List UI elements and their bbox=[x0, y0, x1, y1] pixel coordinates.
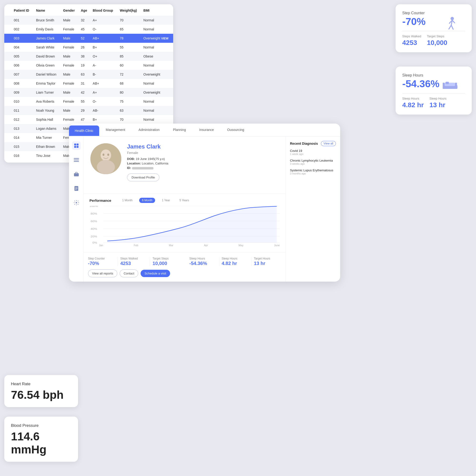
svg-rect-15 bbox=[74, 158, 79, 159]
svg-point-28 bbox=[107, 153, 109, 156]
steps-walked-label: Steps Walked bbox=[402, 34, 421, 38]
chart-tab-1m[interactable]: 1 Month bbox=[119, 198, 135, 203]
svg-rect-7 bbox=[443, 83, 445, 89]
patient-location: Location: Location, California bbox=[127, 162, 168, 165]
nav-item-management[interactable]: Management bbox=[99, 124, 132, 136]
stat-steps-walked: Steps Walked 4253 bbox=[120, 257, 148, 266]
nav-item-ousourcing[interactable]: Ousourcing bbox=[220, 124, 251, 136]
svg-point-27 bbox=[103, 153, 104, 156]
stat-sleep-current-label: Sleep Hours bbox=[222, 257, 245, 260]
step-counter-title: Step Counter bbox=[402, 11, 465, 15]
svg-rect-16 bbox=[74, 160, 79, 160]
chart-header: Performance 1 Month 6 Month 1 Year 5 Yea… bbox=[90, 194, 280, 203]
rd-title: Recent Diagnosis bbox=[290, 142, 318, 145]
table-row[interactable]: 008Emma TaylorFemale31AB+68Normal bbox=[4, 79, 173, 88]
sidebar bbox=[69, 137, 84, 282]
svg-point-23 bbox=[76, 202, 77, 204]
diagnosis-item: Covid 191 week ago bbox=[290, 149, 336, 155]
stat-step-counter-label: Step Counter bbox=[88, 257, 111, 260]
nav-item-insurance[interactable]: Insurance bbox=[193, 124, 220, 136]
sidebar-icon-dashboard[interactable] bbox=[72, 141, 81, 150]
download-profile-button[interactable]: Download Profile bbox=[127, 173, 159, 181]
sidebar-icon-list[interactable] bbox=[72, 156, 81, 164]
sleep-target-label: Sleep Hours bbox=[429, 97, 446, 100]
table-row[interactable]: 005David BrownMale38O+85Obese bbox=[4, 52, 173, 61]
x-may: May bbox=[238, 244, 244, 247]
stat-sleep-hours-value: -54.36% bbox=[189, 261, 213, 266]
svg-rect-11 bbox=[74, 144, 76, 145]
diagnosis-item: Chronic Lymphocytic Leukemia3 weeks ago bbox=[290, 159, 336, 165]
sidebar-icon-file[interactable] bbox=[72, 184, 81, 193]
heart-rate-value: 76.54 bph bbox=[11, 388, 71, 401]
svg-line-2 bbox=[449, 25, 451, 29]
dx-time: 3 months ago bbox=[290, 172, 336, 175]
stat-sleep-current-value: 4.82 hr bbox=[222, 261, 245, 266]
stat-step-counter: Step Counter -70% bbox=[88, 257, 115, 266]
svg-text:60%: 60% bbox=[91, 220, 97, 223]
sidebar-icon-briefcase[interactable] bbox=[72, 170, 81, 178]
nav-item-administration[interactable]: Administration bbox=[132, 124, 166, 136]
bp-label: Blood Pressure bbox=[11, 423, 71, 428]
patient-photo bbox=[91, 143, 121, 174]
view-reports-button[interactable]: View all reports bbox=[88, 270, 117, 277]
table-row[interactable]: 012Sophia HallFemale47B+70Normal bbox=[4, 115, 173, 124]
table-row[interactable]: 004Sarah WhiteFemale26B+55Normal bbox=[4, 43, 173, 52]
svg-point-25 bbox=[101, 150, 111, 161]
dx-name: Systemic Lupus Erythematosus bbox=[290, 169, 336, 172]
schedule-button[interactable]: Schedule a visit bbox=[141, 270, 170, 277]
svg-text:100%: 100% bbox=[90, 206, 98, 208]
heart-rate-label: Heart Rate bbox=[11, 382, 71, 386]
patient-detail-card: Health ClinicManagementAdministrationPla… bbox=[69, 124, 340, 282]
table-row[interactable]: 011Noah YoungMale29AB-63Normal bbox=[4, 106, 173, 115]
sidebar-icon-gear[interactable] bbox=[72, 198, 81, 207]
table-row[interactable]: 001Bruce SmithMale32A+70Normal bbox=[4, 16, 173, 25]
stat-target-hours-label: Target Hours bbox=[254, 257, 277, 260]
patient-gender: Female bbox=[127, 151, 168, 155]
svg-text:40%: 40% bbox=[91, 227, 97, 230]
svg-rect-18 bbox=[74, 173, 79, 176]
table-row[interactable]: 006Olivia GreenFemale19A-60Normal bbox=[4, 61, 173, 70]
col-bmi: BMI bbox=[141, 4, 173, 16]
patient-profile-row: James Clark Female DOB: 19 June 1945(75 … bbox=[91, 143, 280, 181]
chart-tab-6m[interactable]: 6 Month bbox=[139, 198, 155, 203]
patient-id-row: ID: bbox=[127, 166, 168, 170]
svg-rect-8 bbox=[455, 83, 457, 89]
stat-target-steps-label: Target Steps bbox=[152, 257, 176, 260]
steps-walked-value: 4253 bbox=[402, 39, 421, 47]
stat-divider-3 bbox=[219, 257, 219, 266]
svg-text:80%: 80% bbox=[91, 212, 97, 215]
nav-item-planning[interactable]: Planning bbox=[166, 124, 193, 136]
svg-rect-17 bbox=[74, 161, 79, 162]
sleep-hours-item: Sleep Hours 4.82 hr bbox=[402, 97, 424, 109]
stat-steps-walked-value: 4253 bbox=[120, 261, 144, 266]
col-patient-id: Patient ID bbox=[4, 4, 34, 16]
nav-item-health-clinic[interactable]: Health Clinic bbox=[69, 125, 99, 136]
svg-rect-20 bbox=[75, 187, 77, 188]
svg-rect-22 bbox=[75, 189, 77, 190]
stat-target-steps: Target Steps 10,000 bbox=[152, 257, 180, 266]
view-link[interactable]: VIEW bbox=[161, 37, 169, 40]
x-june: June bbox=[274, 244, 280, 247]
table-row[interactable]: 002Emily DavisFemale45O-65Normal bbox=[4, 25, 173, 34]
table-row[interactable]: 010Ava RobertsFemale55O-75Normal bbox=[4, 97, 173, 106]
x-mar: Mar bbox=[169, 244, 173, 247]
stat-divider-1 bbox=[118, 257, 118, 266]
contact-button[interactable]: Contact bbox=[120, 270, 138, 277]
patient-id-bar bbox=[132, 167, 153, 170]
sleep-hours-value: 4.82 hr bbox=[402, 101, 424, 109]
step-counter-card: Step Counter -70% Steps Walked 4253 Targ… bbox=[396, 4, 472, 52]
main-content: James Clark Female DOB: 19 June 1945(75 … bbox=[69, 137, 340, 282]
chart-tab-5y[interactable]: 5 Years bbox=[177, 198, 192, 203]
diagnosis-list: Covid 191 week agoChronic Lymphocytic Le… bbox=[290, 149, 336, 175]
dx-time: 1 week ago bbox=[290, 153, 336, 155]
bp-value: 114.6 mmHg bbox=[11, 430, 71, 456]
x-apr: Apr bbox=[204, 244, 208, 247]
chart-section: Performance 1 Month 6 Month 1 Year 5 Yea… bbox=[84, 194, 285, 252]
patient-name: James Clark bbox=[127, 143, 168, 150]
table-row[interactable]: 003James ClarkMale52AB+78Overweight VIEW bbox=[4, 34, 173, 43]
chart-tab-1y[interactable]: 1 Year bbox=[159, 198, 173, 203]
col-age: Age bbox=[78, 4, 91, 16]
table-row[interactable]: 007Daniel WilsonMale63B-72Overweight bbox=[4, 70, 173, 79]
view-all-button[interactable]: View all bbox=[321, 141, 336, 146]
table-row[interactable]: 009Liam TurnerMale42A+80Overweight bbox=[4, 88, 173, 97]
